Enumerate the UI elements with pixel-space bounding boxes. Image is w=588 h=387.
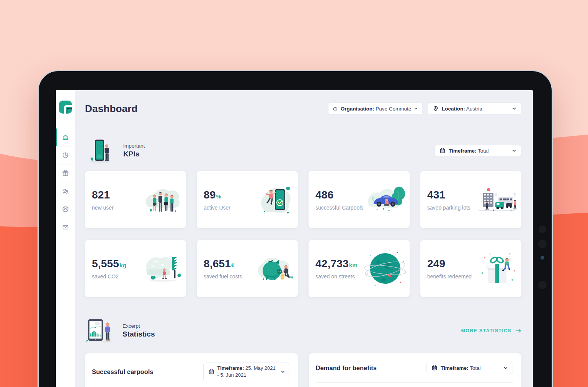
trees-illustration <box>140 247 183 290</box>
top-bar: Dashboard Organisation: Pave Commute <box>75 90 533 127</box>
kpi-value: 249 <box>427 258 445 270</box>
kpi-unit: km <box>349 262 358 268</box>
sidebar-item-benefits[interactable] <box>56 164 75 182</box>
kpi-timeframe-text: Timeframe: Total <box>449 148 489 154</box>
panel-title: Successful carpools <box>92 368 153 376</box>
briefcase-icon <box>333 106 338 112</box>
gift-box-illustration <box>475 247 518 290</box>
chevron-down-icon <box>503 366 508 370</box>
location-text: Location: Austria <box>442 106 482 112</box>
sidebar <box>56 90 75 387</box>
kpi-label: active User <box>204 205 230 211</box>
camera-dot <box>542 271 543 272</box>
carpools-timeframe-text: Timeframe: 25. May 2021 - 5. Jun 2021 <box>217 365 278 379</box>
camera-dot <box>538 240 547 248</box>
sidebar-item-reports[interactable] <box>56 146 75 164</box>
kpi-card-benefits: 249 benefits redeemed <box>420 240 521 297</box>
phone-checkmark-illustration <box>252 178 295 221</box>
location-dropdown[interactable]: Location: Austria <box>428 102 521 115</box>
people-group-illustration <box>140 178 183 221</box>
statistics-panels: Successful carpools Timeframe: 25. May 2… <box>85 353 521 387</box>
blue-car-illustration <box>364 178 407 221</box>
more-statistics-link[interactable]: MORE STATISTICS <box>461 328 521 333</box>
settings-icon <box>62 205 69 213</box>
kpi-card-active-user: 89% active User <box>197 171 298 228</box>
tablet-with-person-illustration <box>85 318 115 343</box>
kpi-unit: % <box>216 193 221 200</box>
globe-illustration <box>364 247 407 290</box>
chevron-down-icon <box>512 106 516 111</box>
kpi-timeframe-dropdown[interactable]: Timeframe: Total <box>434 145 521 156</box>
tablet-device-frame: Dashboard Organisation: Pave Commute <box>38 70 553 387</box>
kpi-section-header: important KPIs Timeframe: Total <box>85 138 521 163</box>
sidebar-item-home[interactable] <box>56 128 75 146</box>
piggy-bank-illustration <box>252 247 295 290</box>
chevron-down-icon <box>414 106 418 111</box>
sidebar-item-settings[interactable] <box>56 200 75 218</box>
kpi-label: benefits redeemed <box>427 273 472 280</box>
organisation-dropdown[interactable]: Organisation: Pave Commute <box>328 102 423 115</box>
main-area: Dashboard Organisation: Pave Commute <box>75 90 533 387</box>
pave-commute-logo-icon <box>59 100 72 114</box>
more-statistics-label: MORE STATISTICS <box>461 328 511 333</box>
kpi-card-streets: 42,733km saved on streets <box>309 240 410 297</box>
sidebar-item-messages[interactable] <box>56 218 75 236</box>
kpi-unit: € <box>231 262 234 268</box>
benefits-timeframe-text: Timeframe: Total <box>441 365 481 371</box>
calendar-icon <box>208 369 214 375</box>
panel-title: Demand for benefits <box>316 364 377 372</box>
kpi-value: 42,733 <box>315 258 349 270</box>
kpi-card-parking: 431 saved parking lots <box>420 171 521 228</box>
kpi-card-carpools: 486 successful Carpools <box>309 171 410 228</box>
dashboard-content: important KPIs Timeframe: Total <box>75 127 533 387</box>
kpi-label: saved parking lots <box>427 205 470 211</box>
statistics-eyebrow: Excerpt <box>122 323 155 329</box>
statistics-title: Statistics <box>122 330 155 338</box>
kpi-value: 431 <box>427 189 445 201</box>
gift-icon <box>62 169 69 177</box>
camera-dot <box>538 281 547 289</box>
kpi-unit: kg <box>119 262 126 268</box>
page-title: Dashboard <box>85 103 138 115</box>
kpi-label: successful Carpools <box>315 205 363 211</box>
sidebar-item-users[interactable] <box>56 182 75 200</box>
kpi-label: saved fuel costs <box>204 273 242 280</box>
app-screen: Dashboard Organisation: Pave Commute <box>56 90 533 387</box>
statistics-section-header: Excerpt Statistics MORE STATISTICS <box>85 318 521 343</box>
carpools-timeframe-dropdown[interactable]: Timeframe: 25. May 2021 - 5. Jun 2021 <box>203 363 289 381</box>
app-logo[interactable] <box>56 90 75 128</box>
organisation-text: Organisation: Pave Commute <box>341 106 412 112</box>
camera-dot <box>541 256 544 260</box>
panel-successful-carpools: Successful carpools Timeframe: 25. May 2… <box>85 353 298 387</box>
calendar-icon <box>439 148 446 154</box>
kpi-eyebrow: important <box>123 143 145 149</box>
kpi-value: 486 <box>315 189 333 201</box>
kpi-label: saved CO2 <box>92 273 126 280</box>
benefits-timeframe-dropdown[interactable]: Timeframe: Total <box>426 362 513 374</box>
kpi-value: 89 <box>204 189 216 201</box>
chevron-down-icon <box>512 148 516 153</box>
street-parking-illustration <box>475 178 518 221</box>
kpi-card-new-user: 821 new user <box>85 171 186 228</box>
calendar-icon <box>431 365 438 371</box>
camera-dot <box>539 226 546 233</box>
chevron-down-icon <box>281 369 285 374</box>
arrow-right-icon <box>515 328 521 333</box>
users-icon <box>62 187 69 195</box>
pie-chart-icon <box>62 151 69 159</box>
kpi-card-grid: 821 new user <box>85 171 521 297</box>
kpi-value: 5,555 <box>92 258 119 270</box>
kpi-label: new user <box>92 205 114 211</box>
kpi-value: 8,651 <box>204 258 231 270</box>
home-icon <box>62 133 69 141</box>
kpi-card-fuel: 8,651€ saved fuel costs <box>197 240 298 297</box>
panel-demand-for-benefits: Demand for benefits Timeframe: Total <box>309 353 522 387</box>
map-pin-icon <box>433 106 439 112</box>
phone-with-person-illustration <box>85 138 116 163</box>
kpi-title: KPIs <box>123 150 145 158</box>
kpi-label: saved on streets <box>315 273 358 280</box>
kpi-card-co2: 5,555kg saved CO2 <box>85 240 186 297</box>
kpi-value: 821 <box>92 189 110 201</box>
mail-icon <box>62 223 69 231</box>
